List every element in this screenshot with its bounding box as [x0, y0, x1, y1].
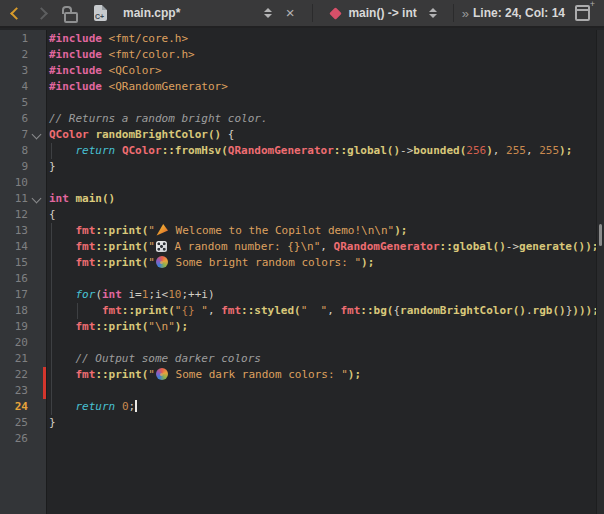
line-number[interactable]: 19 [0, 319, 28, 335]
token: ;i< [148, 288, 168, 301]
code-text: #include <QColor> [49, 63, 162, 79]
readonly-lock-icon[interactable] [64, 12, 78, 23]
code-line[interactable]: 16 [0, 271, 596, 287]
symbol-selector[interactable]: main() -> int [348, 6, 416, 20]
scrollbar-track[interactable] [596, 30, 604, 514]
code-line[interactable]: 12{ [0, 207, 596, 223]
code-line[interactable]: 17 for(int i=1;i<10;++i) [0, 287, 596, 303]
code-line[interactable]: 24 return 0; [0, 399, 596, 415]
line-number[interactable]: 12 [0, 207, 28, 223]
code-line[interactable]: 19 fmt::print("\n"); [0, 319, 596, 335]
code-line[interactable]: 22 fmt::print(" Some dark random colors:… [0, 367, 596, 383]
code-line[interactable]: 26 [0, 431, 596, 447]
code-line[interactable]: 11int main() [0, 191, 596, 207]
token [69, 192, 76, 205]
code-line[interactable]: 14 fmt::print(" A random number: {}\n", … [0, 239, 596, 255]
line-number[interactable]: 2 [0, 47, 28, 63]
code-line[interactable]: 6// Returns a random bright color. [0, 111, 596, 127]
code-line[interactable]: 1#include <fmt/core.h> [0, 31, 596, 47]
token: fmt [76, 256, 96, 269]
code-line[interactable]: 15 fmt::print(" Some bright random color… [0, 255, 596, 271]
line-number[interactable]: 15 [0, 255, 28, 271]
line-number[interactable]: 5 [0, 95, 28, 111]
line-number[interactable]: 21 [0, 351, 28, 367]
line-number[interactable]: 14 [0, 239, 28, 255]
token: ::print( [95, 224, 148, 237]
line-number[interactable]: 11 [0, 191, 28, 207]
code-line[interactable]: 7QColor randomBrightColor() { [0, 127, 596, 143]
token: fmt [76, 224, 96, 237]
token: ) [486, 144, 493, 157]
back-button[interactable] [0, 1, 21, 25]
code-line[interactable]: 25} [0, 415, 596, 431]
token: return [76, 144, 116, 157]
line-number[interactable]: 25 [0, 415, 28, 431]
line-number[interactable]: 26 [0, 431, 28, 447]
close-document-button[interactable]: × [286, 4, 295, 21]
token: ::print( [95, 240, 148, 253]
code-line[interactable]: 5 [0, 95, 596, 111]
code-line[interactable]: 13 fmt::print(" Welcome to the Copilot d… [0, 223, 596, 239]
code-line[interactable]: 2#include <fmt/color.h> [0, 47, 596, 63]
token: fmt [102, 304, 122, 317]
line-number[interactable]: 23 [0, 383, 28, 399]
code-text: return 0; [49, 399, 137, 415]
line-number[interactable]: 3 [0, 63, 28, 79]
token: i= [122, 288, 142, 301]
token: for [76, 288, 96, 301]
split-editor-button[interactable] [575, 5, 590, 21]
palette-emoji [156, 368, 168, 380]
code-text: fmt::print(" Some dark random colors: ")… [49, 367, 361, 383]
code-text: int main() [49, 191, 115, 207]
line-number[interactable]: 6 [0, 111, 28, 127]
token: ; [129, 400, 136, 413]
code-line[interactable]: 9} [0, 159, 596, 175]
code-editor[interactable]: 1#include <fmt/core.h>2#include <fmt/col… [0, 30, 604, 514]
line-number[interactable]: 16 [0, 271, 28, 287]
line-number[interactable]: 24 [0, 399, 28, 415]
token: -> [506, 240, 519, 253]
token [102, 64, 109, 77]
code-line[interactable]: 8 return QColor::fromHsv(QRandomGenerato… [0, 143, 596, 159]
token: ); [348, 368, 361, 381]
token: ::styled( [241, 304, 301, 317]
line-number[interactable]: 1 [0, 31, 28, 47]
scrollbar-marker[interactable] [599, 224, 602, 246]
token: , [526, 144, 539, 157]
token: <fmt/color.h> [109, 48, 195, 61]
up-arrow-icon [264, 8, 272, 12]
chevron-down-icon[interactable] [32, 130, 42, 140]
code-line[interactable]: 23 [0, 383, 596, 399]
line-number[interactable]: 7 [0, 127, 28, 143]
line-number[interactable]: 17 [0, 287, 28, 303]
token: } [49, 416, 56, 429]
overflow-chevrons-icon[interactable]: » [462, 6, 469, 21]
forward-button[interactable] [21, 1, 46, 25]
code-lines[interactable]: 1#include <fmt/core.h>2#include <fmt/col… [0, 31, 596, 447]
symbol-dropdown-button[interactable] [429, 8, 437, 18]
line-number[interactable]: 9 [0, 159, 28, 175]
line-number[interactable]: 13 [0, 223, 28, 239]
cpp-file-icon [94, 5, 107, 21]
line-number[interactable]: 4 [0, 79, 28, 95]
line-number[interactable]: 8 [0, 143, 28, 159]
token: -> [400, 144, 413, 157]
code-line[interactable]: 21 // Output some darker colors [0, 351, 596, 367]
code-text: // Returns a random bright color. [49, 111, 268, 127]
token: ;++i) [182, 288, 215, 301]
line-number[interactable]: 22 [0, 367, 28, 383]
token: Some dark random colors: " [169, 368, 348, 381]
token: #include [49, 48, 102, 61]
token: int [102, 288, 122, 301]
code-line[interactable]: 20 [0, 335, 596, 351]
token [49, 320, 76, 333]
document-dropdown-button[interactable] [264, 8, 272, 18]
code-line[interactable]: 10 [0, 175, 596, 191]
code-line[interactable]: 18 fmt::print("{} ", fmt::styled(" ", fm… [0, 303, 596, 319]
code-line[interactable]: 3#include <QColor> [0, 63, 596, 79]
chevron-down-icon[interactable] [32, 194, 42, 204]
line-number[interactable]: 10 [0, 175, 28, 191]
line-number[interactable]: 20 [0, 335, 28, 351]
code-line[interactable]: 4#include <QRandomGenerator> [0, 79, 596, 95]
line-number[interactable]: 18 [0, 303, 28, 319]
